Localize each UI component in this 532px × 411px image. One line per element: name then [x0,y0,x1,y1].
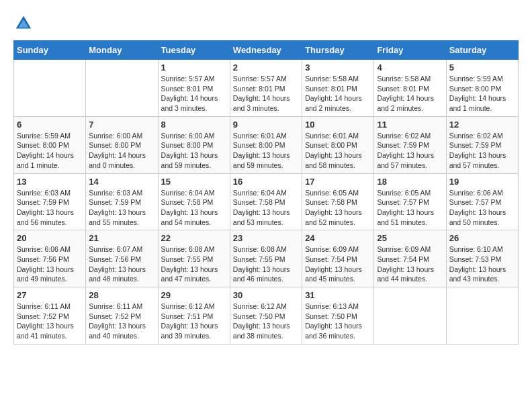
calendar-header-row: SundayMondayTuesdayWednesdayThursdayFrid… [14,41,519,60]
day-info: Sunrise: 6:05 AM Sunset: 7:58 PM Dayligh… [305,188,371,228]
calendar-cell: 15Sunrise: 6:04 AM Sunset: 7:58 PM Dayli… [158,173,230,230]
calendar-table: SundayMondayTuesdayWednesdayThursdayFrid… [13,40,519,345]
day-info: Sunrise: 6:13 AM Sunset: 7:50 PM Dayligh… [305,302,371,341]
calendar-cell: 30Sunrise: 6:12 AM Sunset: 7:50 PM Dayli… [230,287,302,345]
day-info: Sunrise: 5:57 AM Sunset: 8:01 PM Dayligh… [233,74,299,113]
weekday-header: Monday [86,41,158,60]
weekday-header: Tuesday [158,41,230,60]
calendar-cell: 5Sunrise: 5:59 AM Sunset: 8:00 PM Daylig… [446,60,518,117]
day-number: 5 [449,62,515,73]
day-info: Sunrise: 6:09 AM Sunset: 7:54 PM Dayligh… [377,244,443,284]
day-number: 23 [233,233,299,243]
calendar-week-row: 27Sunrise: 6:11 AM Sunset: 7:52 PM Dayli… [14,287,519,345]
weekday-header: Friday [374,41,446,60]
day-number: 6 [17,120,83,130]
day-info: Sunrise: 6:12 AM Sunset: 7:50 PM Dayligh… [233,302,299,341]
calendar-cell: 16Sunrise: 6:04 AM Sunset: 7:58 PM Dayli… [230,173,302,230]
day-number: 9 [233,120,299,130]
calendar-cell: 20Sunrise: 6:06 AM Sunset: 7:56 PM Dayli… [14,230,86,287]
day-number: 28 [89,290,154,300]
calendar-cell: 14Sunrise: 6:03 AM Sunset: 7:59 PM Dayli… [86,173,158,230]
day-number: 14 [89,177,154,187]
day-number: 30 [233,290,299,300]
day-number: 20 [17,233,83,243]
day-number: 27 [17,290,83,300]
day-info: Sunrise: 6:04 AM Sunset: 7:58 PM Dayligh… [233,188,299,228]
day-number: 12 [449,120,515,130]
day-info: Sunrise: 6:12 AM Sunset: 7:51 PM Dayligh… [161,302,227,341]
day-info: Sunrise: 6:08 AM Sunset: 7:55 PM Dayligh… [233,244,299,284]
day-number: 16 [233,177,299,187]
day-number: 13 [17,177,83,187]
calendar-cell: 3Sunrise: 5:58 AM Sunset: 8:01 PM Daylig… [302,60,374,117]
calendar-cell: 10Sunrise: 6:01 AM Sunset: 8:00 PM Dayli… [302,116,374,173]
day-info: Sunrise: 6:00 AM Sunset: 8:00 PM Dayligh… [89,131,154,171]
day-number: 1 [161,62,227,73]
day-number: 11 [377,120,443,130]
day-info: Sunrise: 6:06 AM Sunset: 7:56 PM Dayligh… [17,244,83,284]
day-info: Sunrise: 6:03 AM Sunset: 7:59 PM Dayligh… [89,188,154,228]
calendar-cell: 7Sunrise: 6:00 AM Sunset: 8:00 PM Daylig… [86,116,158,173]
calendar-week-row: 1Sunrise: 5:57 AM Sunset: 8:01 PM Daylig… [14,60,519,117]
day-number: 24 [305,233,371,243]
day-number: 7 [89,120,154,130]
calendar-cell: 11Sunrise: 6:02 AM Sunset: 7:59 PM Dayli… [374,116,446,173]
day-info: Sunrise: 5:59 AM Sunset: 8:00 PM Dayligh… [449,74,515,113]
day-info: Sunrise: 6:01 AM Sunset: 8:00 PM Dayligh… [305,131,371,171]
day-info: Sunrise: 6:05 AM Sunset: 7:57 PM Dayligh… [377,188,443,228]
day-info: Sunrise: 5:58 AM Sunset: 8:01 PM Dayligh… [305,74,371,113]
calendar-cell [446,287,518,345]
day-info: Sunrise: 6:10 AM Sunset: 7:53 PM Dayligh… [449,244,515,284]
calendar-cell: 28Sunrise: 6:11 AM Sunset: 7:52 PM Dayli… [86,287,158,345]
calendar-cell: 27Sunrise: 6:11 AM Sunset: 7:52 PM Dayli… [14,287,86,345]
day-info: Sunrise: 6:11 AM Sunset: 7:52 PM Dayligh… [17,302,83,341]
calendar-cell: 21Sunrise: 6:07 AM Sunset: 7:56 PM Dayli… [86,230,158,287]
calendar-cell: 24Sunrise: 6:09 AM Sunset: 7:54 PM Dayli… [302,230,374,287]
calendar-cell [86,60,158,117]
day-number: 4 [377,62,443,73]
day-info: Sunrise: 6:01 AM Sunset: 8:00 PM Dayligh… [233,131,299,171]
calendar-cell: 9Sunrise: 6:01 AM Sunset: 8:00 PM Daylig… [230,116,302,173]
calendar-cell: 25Sunrise: 6:09 AM Sunset: 7:54 PM Dayli… [374,230,446,287]
day-info: Sunrise: 5:59 AM Sunset: 8:00 PM Dayligh… [17,131,83,171]
logo-icon [13,13,34,34]
weekday-header: Sunday [14,41,86,60]
calendar-cell: 13Sunrise: 6:03 AM Sunset: 7:59 PM Dayli… [14,173,86,230]
calendar-cell: 18Sunrise: 6:05 AM Sunset: 7:57 PM Dayli… [374,173,446,230]
calendar-week-row: 6Sunrise: 5:59 AM Sunset: 8:00 PM Daylig… [14,116,519,173]
day-number: 18 [377,177,443,187]
calendar-week-row: 20Sunrise: 6:06 AM Sunset: 7:56 PM Dayli… [14,230,519,287]
day-number: 15 [161,177,227,187]
day-info: Sunrise: 6:00 AM Sunset: 8:00 PM Dayligh… [161,131,227,171]
weekday-header: Saturday [446,41,518,60]
calendar-cell: 12Sunrise: 6:02 AM Sunset: 7:59 PM Dayli… [446,116,518,173]
day-number: 31 [305,290,371,300]
calendar-cell: 22Sunrise: 6:08 AM Sunset: 7:55 PM Dayli… [158,230,230,287]
weekday-header: Thursday [302,41,374,60]
calendar-cell: 1Sunrise: 5:57 AM Sunset: 8:01 PM Daylig… [158,60,230,117]
day-info: Sunrise: 6:09 AM Sunset: 7:54 PM Dayligh… [305,244,371,284]
weekday-header: Wednesday [230,41,302,60]
day-number: 17 [305,177,371,187]
calendar-body: 1Sunrise: 5:57 AM Sunset: 8:01 PM Daylig… [14,60,519,345]
day-info: Sunrise: 6:02 AM Sunset: 7:59 PM Dayligh… [449,131,515,171]
day-info: Sunrise: 6:02 AM Sunset: 7:59 PM Dayligh… [377,131,443,171]
calendar-cell: 2Sunrise: 5:57 AM Sunset: 8:01 PM Daylig… [230,60,302,117]
day-info: Sunrise: 6:08 AM Sunset: 7:55 PM Dayligh… [161,244,227,284]
day-info: Sunrise: 6:06 AM Sunset: 7:57 PM Dayligh… [449,188,515,228]
calendar-cell: 6Sunrise: 5:59 AM Sunset: 8:00 PM Daylig… [14,116,86,173]
calendar-cell: 8Sunrise: 6:00 AM Sunset: 8:00 PM Daylig… [158,116,230,173]
day-info: Sunrise: 6:07 AM Sunset: 7:56 PM Dayligh… [89,244,154,284]
calendar-cell: 23Sunrise: 6:08 AM Sunset: 7:55 PM Dayli… [230,230,302,287]
calendar-cell [374,287,446,345]
day-info: Sunrise: 6:04 AM Sunset: 7:58 PM Dayligh… [161,188,227,228]
calendar-cell [14,60,86,117]
calendar-cell: 19Sunrise: 6:06 AM Sunset: 7:57 PM Dayli… [446,173,518,230]
day-number: 22 [161,233,227,243]
calendar-week-row: 13Sunrise: 6:03 AM Sunset: 7:59 PM Dayli… [14,173,519,230]
day-number: 25 [377,233,443,243]
calendar-cell: 31Sunrise: 6:13 AM Sunset: 7:50 PM Dayli… [302,287,374,345]
day-info: Sunrise: 5:58 AM Sunset: 8:01 PM Dayligh… [377,74,443,113]
day-number: 29 [161,290,227,300]
day-number: 2 [233,62,299,73]
